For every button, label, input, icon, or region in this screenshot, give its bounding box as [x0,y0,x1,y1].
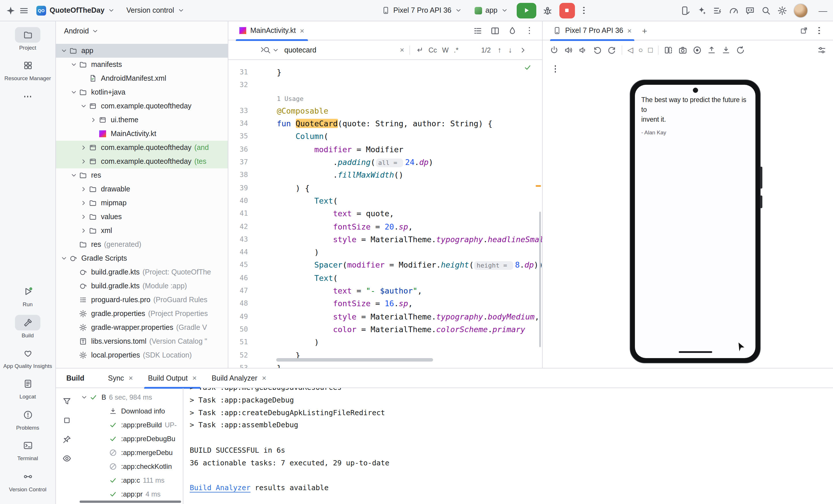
tool-strip-project[interactable]: Project [1,27,55,51]
editor-horizontal-scrollbar[interactable] [276,358,433,362]
tree-row[interactable]: com.example.quoteoftheday(and [56,141,228,154]
back-button[interactable]: ◁ [627,46,633,54]
device-panel-more-icon[interactable] [814,27,824,34]
debug-button[interactable] [541,3,554,17]
volume-down-icon[interactable] [578,45,588,54]
home-button[interactable]: ○ [638,46,643,54]
build-analyzer-link[interactable]: Build Analyzer [190,483,251,492]
tool-strip-more[interactable] [1,89,55,104]
minimize-button[interactable]: — [818,5,827,15]
regex-toggle[interactable]: .* [454,46,458,54]
settings-icon[interactable] [777,5,787,15]
search-icon[interactable] [761,5,771,15]
fold-marker-icon[interactable] [258,46,266,54]
tree-row[interactable]: com.example.quoteoftheday [56,99,228,113]
tree-row[interactable]: gradle-wrapper.properties(Gradle V [56,321,228,334]
device-selector[interactable]: Pixel 7 Pro API 36 [378,4,466,17]
match-case-toggle[interactable]: Cc [428,46,437,54]
build-tab-build-output[interactable]: Build Output× [140,368,204,388]
feedback-icon[interactable] [745,5,755,15]
tree-row[interactable]: xml [56,224,228,238]
clear-search-icon[interactable]: × [400,46,404,54]
chevron-down-icon[interactable] [70,61,77,68]
build-output[interactable]: > Task :app:mergeDebugJavaResources> Tas… [183,388,833,504]
run-configuration-selector[interactable]: app [471,4,512,17]
tree-row[interactable]: B6 sec, 984 ms [77,390,183,404]
pin-icon[interactable] [62,435,71,444]
previous-match-button[interactable]: ↑ [498,46,501,54]
power-icon[interactable] [550,45,559,54]
tool-strip-problems[interactable]: Problems [1,407,55,431]
highlight-icon[interactable] [507,26,517,35]
main-menu-icon[interactable] [19,5,29,15]
tree-row[interactable]: manifests [56,58,228,72]
chevron-down-icon[interactable] [61,47,68,54]
tree-row[interactable]: libs.versions.toml(Version Catalog " [56,334,228,348]
chevron-right-icon[interactable] [80,213,87,220]
restart-icon[interactable] [736,45,745,54]
tree-row[interactable]: app [56,44,228,58]
chevron-down-icon[interactable] [80,103,87,110]
version-control-widget[interactable]: Version control [122,4,188,17]
tree-row[interactable]: MainActivity.kt [56,127,228,141]
tree-row[interactable]: values [56,210,228,224]
split-editor-icon[interactable] [490,26,500,35]
chevron-down-icon[interactable] [70,172,77,179]
stop-build-icon[interactable] [62,416,71,425]
search-filter-icon[interactable] [519,46,527,54]
user-avatar[interactable] [793,3,808,18]
close-icon[interactable]: × [128,374,133,382]
tree-row[interactable]: mipmap [56,196,228,210]
stop-button[interactable] [559,3,575,18]
tool-strip-build[interactable]: Build [1,315,55,338]
chevron-down-icon[interactable] [81,394,88,401]
preview-icon[interactable] [62,454,71,463]
close-icon[interactable]: × [300,27,304,34]
tree-row[interactable]: proguard-rules.pro(ProGuard Rules [56,293,228,307]
todo-list-icon[interactable] [712,5,722,15]
tree-row[interactable]: :app:c111 ms [77,474,183,487]
close-icon[interactable]: × [192,374,197,382]
tree-row[interactable]: :app:checkKotlin [77,460,183,474]
build-tree-scrollbar[interactable] [79,501,181,503]
rotate-right-icon[interactable] [607,45,616,54]
close-icon[interactable]: × [627,27,632,34]
tree-row[interactable]: :app:preDebugBu [77,432,183,446]
editor-more-icon[interactable] [525,27,534,34]
device-manager-icon[interactable] [680,5,690,15]
chevron-down-icon[interactable] [61,255,68,262]
fold-device-icon[interactable] [664,45,673,54]
tree-row[interactable]: :app:preBuildUP- [77,418,183,432]
next-match-button[interactable]: ↓ [508,46,512,54]
chevron-right-icon[interactable] [80,144,87,151]
chevron-right-icon[interactable] [80,186,87,193]
inspection-ok-icon[interactable] [524,64,532,72]
device-settings-icon[interactable] [817,45,826,54]
search-input[interactable]: quotecard × [284,46,404,54]
volume-up-icon[interactable] [564,45,573,54]
upload-icon[interactable] [707,45,716,54]
gemini-icon[interactable] [696,5,706,15]
tree-row[interactable]: kotlin+java [56,85,228,99]
tree-row[interactable]: drawable [56,182,228,196]
download-icon[interactable] [721,45,730,54]
recents-button[interactable]: □ [648,46,653,54]
device-tab-pixel7pro[interactable]: Pixel 7 Pro API 36 × [547,21,638,40]
more-run-actions-button[interactable] [579,7,589,14]
screenshot-icon[interactable] [678,45,687,54]
chevron-right-icon[interactable] [80,158,87,165]
filter-icon[interactable] [62,397,71,406]
tool-strip-resource-manager[interactable]: Resource Manager [1,58,55,82]
editor-vertical-scrollbar[interactable] [539,212,541,347]
tree-row[interactable]: AndroidManifest.xml [56,72,228,85]
tree-row[interactable]: gradle.properties(Project Properties [56,307,228,321]
tool-strip-run[interactable]: Run [1,284,55,308]
profiler-icon[interactable] [729,5,738,15]
tree-row[interactable]: build.gradle.kts(Project: QuoteOfThe [56,265,228,279]
chevron-right-icon[interactable] [80,227,87,234]
tree-row[interactable]: res [56,168,228,182]
tree-row[interactable]: res(generated) [56,238,228,251]
open-in-window-icon[interactable] [800,26,808,34]
screen-record-icon[interactable] [692,45,701,54]
chevron-down-icon[interactable] [70,89,77,96]
